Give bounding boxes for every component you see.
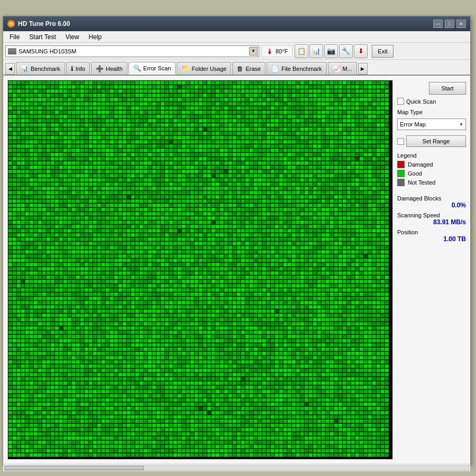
menu-help[interactable]: Help	[85, 32, 106, 42]
scanning-speed-label: Scanning Speed	[397, 212, 466, 218]
toolbar-icon-3[interactable]: 📷	[324, 44, 338, 58]
more-tab-label: M...	[343, 66, 352, 72]
position-stat: Position 1.00 TB	[397, 229, 466, 243]
maximize-button[interactable]: □	[445, 20, 454, 28]
menu-bar: File Start Test View Help	[3, 31, 470, 43]
menu-file[interactable]: File	[5, 32, 24, 42]
legend-damaged: Damaged	[397, 161, 466, 168]
more-tab-icon: 📈	[333, 65, 341, 72]
toolbar-icon-4[interactable]: 🔧	[339, 44, 353, 58]
scrollbar-track	[4, 465, 469, 471]
tab-prev-button[interactable]: ◀	[5, 63, 15, 75]
damaged-blocks-label: Damaged Blocks	[397, 195, 466, 202]
damaged-blocks-stat: Damaged Blocks 0.0%	[397, 195, 466, 209]
set-range-button[interactable]: Set Range	[406, 135, 466, 147]
scanning-speed-value: 83.91 MB/s	[397, 218, 466, 226]
info-tab-label: Info	[76, 66, 85, 72]
quick-scan-checkbox[interactable]	[397, 98, 404, 105]
erase-tab-icon: 🗑	[237, 65, 243, 72]
scanning-speed-stat: Scanning Speed 83.91 MB/s	[397, 212, 466, 226]
start-button[interactable]: Start	[429, 82, 466, 95]
benchmark-tab-icon: 📊	[21, 65, 29, 72]
horizontal-scrollbar[interactable]	[3, 464, 470, 471]
legend-good: Good	[397, 170, 466, 177]
map-type-label: Map Type	[397, 109, 466, 115]
map-type-select[interactable]: Error Map ▼	[397, 118, 466, 130]
position-label: Position	[397, 229, 466, 235]
health-tab-label: Health	[106, 66, 123, 72]
menu-start-test[interactable]: Start Test	[25, 32, 60, 42]
title-bar: H HD Tune Pro 6.00 — □ ✕	[3, 16, 470, 31]
title-controls: — □ ✕	[433, 20, 466, 28]
quick-scan-option: Quick Scan	[397, 98, 466, 105]
tab-file-benchmark[interactable]: 📄 File Benchmark	[267, 62, 326, 75]
file-benchmark-tab-icon: 📄	[271, 65, 279, 72]
legend-not-tested: Not Tested	[397, 179, 466, 186]
temperature-display: 🌡 80°F	[261, 45, 292, 57]
set-range-checkbox[interactable]	[397, 138, 404, 145]
scrollbar-thumb[interactable]	[5, 466, 144, 470]
legend-section: Legend Damaged Good Not Tested	[397, 152, 466, 188]
folder-usage-tab-icon: 📁	[181, 65, 189, 72]
menu-view[interactable]: View	[61, 32, 84, 42]
main-window: H HD Tune Pro 6.00 — □ ✕ File Start Test…	[3, 16, 471, 465]
tab-next-button[interactable]: ▶	[358, 63, 368, 75]
thermometer-icon: 🌡	[266, 47, 273, 56]
tab-health[interactable]: ➕ Health	[91, 62, 127, 75]
toolbar: SAMSUNG HD103SM ▼ 🌡 80°F 📋 📊 📷 🔧 ⬇ Exit	[3, 43, 470, 60]
good-label: Good	[408, 170, 422, 177]
stats-section: Damaged Blocks 0.0% Scanning Speed 83.91…	[397, 195, 466, 246]
damaged-label: Damaged	[408, 161, 433, 168]
damaged-color-icon	[397, 161, 405, 168]
error-scan-tab-label: Error Scan	[143, 65, 171, 71]
dropdown-arrow-icon[interactable]: ▼	[249, 47, 258, 56]
tab-bar: ◀ 📊 Benchmark ℹ Info ➕ Health 🔍 Error Sc…	[3, 60, 470, 76]
side-panel: Start Quick Scan Map Type Error Map ▼ Se…	[397, 80, 466, 460]
map-type-arrow-icon: ▼	[459, 122, 463, 127]
drive-selector[interactable]: SAMSUNG HD103SM ▼	[5, 45, 259, 57]
tab-erase[interactable]: 🗑 Erase	[232, 62, 266, 75]
folder-usage-tab-label: Folder Usage	[191, 66, 226, 72]
tab-error-scan[interactable]: 🔍 Error Scan	[129, 62, 176, 75]
toolbar-download-icon[interactable]: ⬇	[354, 44, 368, 58]
erase-tab-label: Erase	[245, 66, 261, 72]
exit-button[interactable]: Exit	[372, 45, 393, 58]
set-range-row: Set Range	[397, 135, 466, 147]
content-area: Start Quick Scan Map Type Error Map ▼ Se…	[3, 76, 470, 464]
error-scan-tab-icon: 🔍	[133, 65, 141, 72]
not-tested-label: Not Tested	[408, 179, 435, 186]
tab-more[interactable]: 📈 M...	[328, 62, 357, 75]
benchmark-tab-label: Benchmark	[31, 66, 60, 72]
tab-benchmark[interactable]: 📊 Benchmark	[16, 62, 65, 75]
damaged-blocks-value: 0.0%	[397, 202, 466, 209]
not-tested-color-icon	[397, 179, 405, 186]
toolbar-icons: 📋 📊 📷 🔧 ⬇	[295, 44, 368, 58]
toolbar-icon-2[interactable]: 📊	[309, 44, 323, 58]
quick-scan-label: Quick Scan	[406, 98, 436, 105]
position-value: 1.00 TB	[397, 235, 466, 243]
health-tab-icon: ➕	[96, 65, 104, 72]
good-color-icon	[397, 170, 405, 177]
drive-select-inner: SAMSUNG HD103SM	[8, 48, 257, 54]
temperature-value: 80°F	[276, 48, 288, 54]
close-button[interactable]: ✕	[456, 20, 466, 28]
info-tab-icon: ℹ	[71, 65, 74, 72]
window-title: HD Tune Pro 6.00	[18, 20, 70, 28]
drive-name: SAMSUNG HD103SM	[19, 48, 76, 54]
drive-icon	[8, 48, 16, 54]
minimize-button[interactable]: —	[433, 20, 443, 28]
error-map-canvas	[8, 80, 392, 459]
legend-title: Legend	[397, 152, 466, 159]
title-bar-left: H HD Tune Pro 6.00	[7, 20, 70, 28]
app-icon: H	[7, 20, 15, 28]
tab-folder-usage[interactable]: 📁 Folder Usage	[177, 62, 231, 75]
scan-area	[7, 80, 393, 460]
file-benchmark-tab-label: File Benchmark	[281, 66, 322, 72]
toolbar-icon-1[interactable]: 📋	[295, 44, 308, 58]
map-type-value: Error Map	[400, 121, 426, 127]
tab-info[interactable]: ℹ Info	[66, 62, 90, 75]
